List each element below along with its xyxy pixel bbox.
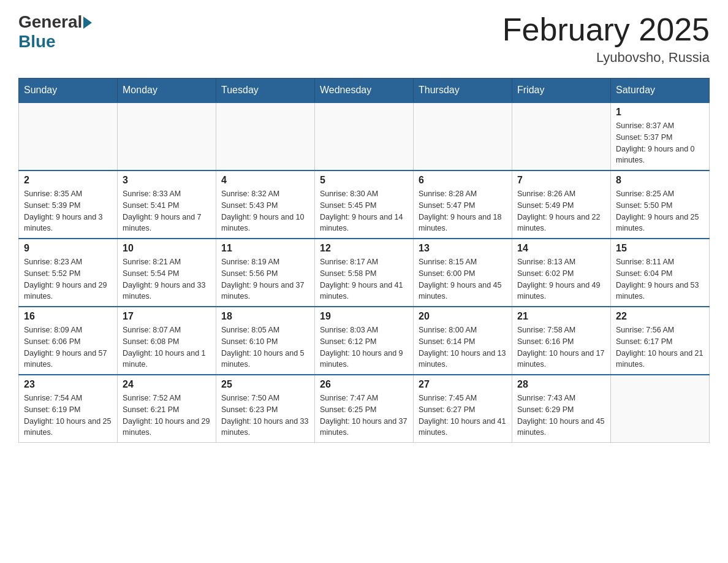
day-number: 7 <box>517 175 605 186</box>
header-monday: Monday <box>118 79 216 103</box>
week-row-0: 1Sunrise: 8:37 AMSunset: 5:37 PMDaylight… <box>19 102 710 170</box>
day-number: 18 <box>221 311 309 322</box>
logo-blue-text: Blue <box>18 32 56 52</box>
day-info: Sunrise: 8:26 AMSunset: 5:49 PMDaylight:… <box>517 188 605 234</box>
day-cell: 15Sunrise: 8:11 AMSunset: 6:04 PMDayligh… <box>611 239 710 307</box>
day-cell: 20Sunrise: 8:00 AMSunset: 6:14 PMDayligh… <box>414 307 512 375</box>
day-cell <box>19 102 118 170</box>
day-number: 15 <box>616 243 704 254</box>
day-number: 4 <box>221 175 309 186</box>
day-cell: 18Sunrise: 8:05 AMSunset: 6:10 PMDayligh… <box>216 307 315 375</box>
day-info: Sunrise: 7:45 AMSunset: 6:27 PMDaylight:… <box>419 393 507 439</box>
header-wednesday: Wednesday <box>315 79 414 103</box>
day-cell <box>611 375 710 443</box>
day-cell: 25Sunrise: 7:50 AMSunset: 6:23 PMDayligh… <box>216 375 315 443</box>
header-thursday: Thursday <box>414 79 512 103</box>
day-number: 20 <box>419 311 507 322</box>
day-cell: 6Sunrise: 8:28 AMSunset: 5:47 PMDaylight… <box>414 170 512 239</box>
day-number: 26 <box>320 379 408 390</box>
day-cell <box>414 102 512 170</box>
day-number: 6 <box>419 175 507 186</box>
day-info: Sunrise: 8:30 AMSunset: 5:45 PMDaylight:… <box>320 188 408 234</box>
day-cell: 17Sunrise: 8:07 AMSunset: 6:08 PMDayligh… <box>118 307 216 375</box>
location-title: Lyubovsho, Russia <box>502 50 710 66</box>
calendar-body: 1Sunrise: 8:37 AMSunset: 5:37 PMDaylight… <box>19 102 710 443</box>
day-info: Sunrise: 8:37 AMSunset: 5:37 PMDaylight:… <box>616 120 704 166</box>
calendar-table: SundayMondayTuesdayWednesdayThursdayFrid… <box>18 78 710 443</box>
header-friday: Friday <box>512 79 611 103</box>
week-row-4: 23Sunrise: 7:54 AMSunset: 6:19 PMDayligh… <box>19 375 710 443</box>
day-number: 27 <box>419 379 507 390</box>
day-info: Sunrise: 7:50 AMSunset: 6:23 PMDaylight:… <box>221 393 309 439</box>
day-info: Sunrise: 8:21 AMSunset: 5:54 PMDaylight:… <box>123 256 211 302</box>
day-cell: 8Sunrise: 8:25 AMSunset: 5:50 PMDaylight… <box>611 170 710 239</box>
day-info: Sunrise: 8:03 AMSunset: 6:12 PMDaylight:… <box>320 324 408 370</box>
day-info: Sunrise: 8:17 AMSunset: 5:58 PMDaylight:… <box>320 256 408 302</box>
header-tuesday: Tuesday <box>216 79 315 103</box>
day-cell: 27Sunrise: 7:45 AMSunset: 6:27 PMDayligh… <box>414 375 512 443</box>
logo-general-text: General <box>18 12 82 32</box>
day-cell: 13Sunrise: 8:15 AMSunset: 6:00 PMDayligh… <box>414 239 512 307</box>
day-info: Sunrise: 8:11 AMSunset: 6:04 PMDaylight:… <box>616 256 704 302</box>
day-info: Sunrise: 8:32 AMSunset: 5:43 PMDaylight:… <box>221 188 309 234</box>
day-info: Sunrise: 8:33 AMSunset: 5:41 PMDaylight:… <box>123 188 211 234</box>
day-cell: 11Sunrise: 8:19 AMSunset: 5:56 PMDayligh… <box>216 239 315 307</box>
header-sunday: Sunday <box>19 79 118 103</box>
logo-area: General Blue <box>18 12 92 52</box>
day-cell: 9Sunrise: 8:23 AMSunset: 5:52 PMDaylight… <box>19 239 118 307</box>
day-cell: 26Sunrise: 7:47 AMSunset: 6:25 PMDayligh… <box>315 375 414 443</box>
week-row-1: 2Sunrise: 8:35 AMSunset: 5:39 PMDaylight… <box>19 170 710 239</box>
day-number: 28 <box>517 379 605 390</box>
day-cell: 2Sunrise: 8:35 AMSunset: 5:39 PMDaylight… <box>19 170 118 239</box>
day-info: Sunrise: 7:52 AMSunset: 6:21 PMDaylight:… <box>123 393 211 439</box>
day-cell: 7Sunrise: 8:26 AMSunset: 5:49 PMDaylight… <box>512 170 611 239</box>
day-cell: 19Sunrise: 8:03 AMSunset: 6:12 PMDayligh… <box>315 307 414 375</box>
day-number: 13 <box>419 243 507 254</box>
day-number: 3 <box>123 175 211 186</box>
day-cell: 23Sunrise: 7:54 AMSunset: 6:19 PMDayligh… <box>19 375 118 443</box>
day-cell: 1Sunrise: 8:37 AMSunset: 5:37 PMDaylight… <box>611 102 710 170</box>
day-number: 14 <box>517 243 605 254</box>
week-row-2: 9Sunrise: 8:23 AMSunset: 5:52 PMDaylight… <box>19 239 710 307</box>
logo-arrow-icon <box>83 17 92 29</box>
day-cell: 22Sunrise: 7:56 AMSunset: 6:17 PMDayligh… <box>611 307 710 375</box>
day-number: 10 <box>123 243 211 254</box>
day-info: Sunrise: 8:19 AMSunset: 5:56 PMDaylight:… <box>221 256 309 302</box>
day-number: 16 <box>24 311 112 322</box>
day-number: 19 <box>320 311 408 322</box>
day-number: 12 <box>320 243 408 254</box>
day-cell: 10Sunrise: 8:21 AMSunset: 5:54 PMDayligh… <box>118 239 216 307</box>
day-number: 24 <box>123 379 211 390</box>
day-info: Sunrise: 7:43 AMSunset: 6:29 PMDaylight:… <box>517 393 605 439</box>
day-info: Sunrise: 8:13 AMSunset: 6:02 PMDaylight:… <box>517 256 605 302</box>
day-number: 8 <box>616 175 704 186</box>
day-info: Sunrise: 8:23 AMSunset: 5:52 PMDaylight:… <box>24 256 112 302</box>
day-cell: 28Sunrise: 7:43 AMSunset: 6:29 PMDayligh… <box>512 375 611 443</box>
day-number: 1 <box>616 107 704 118</box>
day-info: Sunrise: 8:35 AMSunset: 5:39 PMDaylight:… <box>24 188 112 234</box>
day-cell <box>118 102 216 170</box>
day-cell: 12Sunrise: 8:17 AMSunset: 5:58 PMDayligh… <box>315 239 414 307</box>
day-number: 25 <box>221 379 309 390</box>
day-number: 9 <box>24 243 112 254</box>
day-number: 5 <box>320 175 408 186</box>
day-cell: 16Sunrise: 8:09 AMSunset: 6:06 PMDayligh… <box>19 307 118 375</box>
day-cell: 3Sunrise: 8:33 AMSunset: 5:41 PMDaylight… <box>118 170 216 239</box>
title-area: February 2025 Lyubovsho, Russia <box>502 12 710 66</box>
week-row-3: 16Sunrise: 8:09 AMSunset: 6:06 PMDayligh… <box>19 307 710 375</box>
day-cell: 14Sunrise: 8:13 AMSunset: 6:02 PMDayligh… <box>512 239 611 307</box>
day-info: Sunrise: 7:58 AMSunset: 6:16 PMDaylight:… <box>517 324 605 370</box>
day-number: 2 <box>24 175 112 186</box>
day-info: Sunrise: 8:09 AMSunset: 6:06 PMDaylight:… <box>24 324 112 370</box>
day-cell <box>216 102 315 170</box>
day-info: Sunrise: 7:56 AMSunset: 6:17 PMDaylight:… <box>616 324 704 370</box>
header-row: SundayMondayTuesdayWednesdayThursdayFrid… <box>19 79 710 103</box>
day-number: 21 <box>517 311 605 322</box>
day-cell <box>512 102 611 170</box>
logo: General <box>18 12 92 32</box>
day-cell: 21Sunrise: 7:58 AMSunset: 6:16 PMDayligh… <box>512 307 611 375</box>
day-info: Sunrise: 8:07 AMSunset: 6:08 PMDaylight:… <box>123 324 211 370</box>
day-cell: 5Sunrise: 8:30 AMSunset: 5:45 PMDaylight… <box>315 170 414 239</box>
day-number: 23 <box>24 379 112 390</box>
day-cell <box>315 102 414 170</box>
